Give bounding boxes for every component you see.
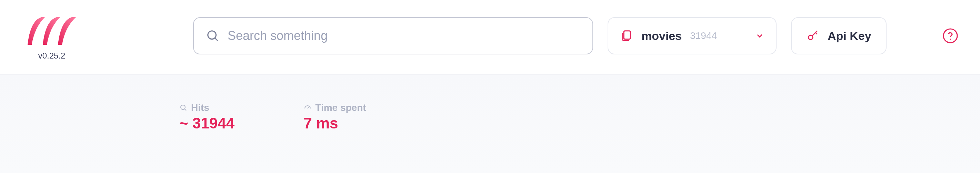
svg-point-6: [181, 105, 185, 109]
svg-point-3: [808, 35, 813, 40]
svg-line-7: [185, 109, 186, 111]
index-count: 31944: [690, 30, 717, 41]
search-input[interactable]: [228, 28, 580, 43]
documents-icon: [620, 29, 633, 43]
api-key-button[interactable]: Api Key: [791, 17, 886, 54]
search-icon: [206, 29, 219, 43]
api-key-label: Api Key: [827, 29, 871, 43]
svg-point-5: [950, 39, 951, 40]
stat-time-label: Time spent: [315, 102, 366, 113]
svg-line-8: [308, 107, 309, 109]
version-label: v0.25.2: [38, 51, 65, 61]
search-icon: [179, 104, 188, 112]
stat-time: Time spent 7 ms: [304, 102, 366, 132]
header-controls: movies 31944 Api Key: [193, 17, 959, 54]
stat-time-value: 7 ms: [304, 115, 366, 132]
svg-rect-2: [624, 31, 630, 39]
logo-icon: [28, 17, 76, 45]
gauge-icon: [304, 104, 312, 112]
stat-time-label-row: Time spent: [304, 102, 366, 113]
stat-hits-value: ~ 31944: [179, 115, 234, 132]
index-selector[interactable]: movies 31944: [608, 17, 776, 54]
search-container[interactable]: [193, 17, 593, 54]
index-name: movies: [641, 29, 682, 43]
key-icon: [806, 29, 819, 43]
stat-hits-label: Hits: [191, 102, 209, 113]
stat-hits: Hits ~ 31944: [179, 102, 234, 132]
svg-point-0: [208, 31, 216, 39]
stat-hits-label-row: Hits: [179, 102, 234, 113]
help-icon: [942, 28, 959, 44]
svg-line-1: [215, 38, 218, 41]
stats-bar: Hits ~ 31944 Time spent 7 ms: [0, 74, 980, 173]
brand-block: v0.25.2: [21, 17, 83, 61]
header-bar: v0.25.2 movies 31944: [0, 0, 980, 74]
help-button[interactable]: [941, 27, 959, 45]
chevron-down-icon: [755, 32, 764, 40]
